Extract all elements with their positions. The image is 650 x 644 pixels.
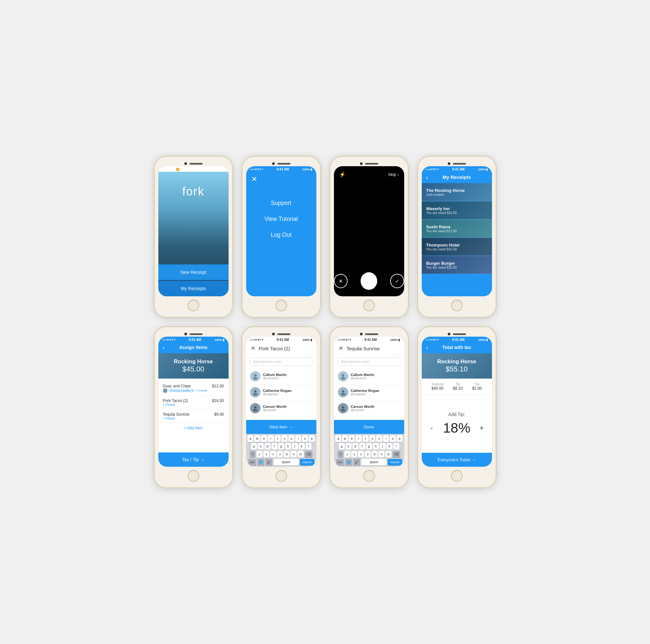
key-numbers[interactable]: 123 xyxy=(248,459,256,465)
item-friend-add[interactable]: + Friend xyxy=(163,403,188,406)
friend-row-catherine[interactable]: Catherine Rogan @roganator xyxy=(338,385,400,400)
key-y[interactable]: y xyxy=(282,435,287,442)
key-delete[interactable]: ⌫ xyxy=(393,451,400,458)
key-u[interactable]: u xyxy=(288,435,294,442)
item-friend[interactable]: Thomas Lavelle ✕ + Friend xyxy=(163,388,207,393)
home-button[interactable] xyxy=(276,470,287,482)
key-shift[interactable]: ⇧ xyxy=(337,451,344,458)
key-s[interactable]: s xyxy=(346,443,352,450)
key-j[interactable]: j xyxy=(292,443,298,450)
back-button[interactable]: ‹ xyxy=(426,345,428,351)
key-s[interactable]: s xyxy=(258,443,264,450)
add-friend-input[interactable]: Add friend to item xyxy=(250,357,313,366)
receipt-item-thompson[interactable]: Thompson Hotel You are owed $42.00 xyxy=(422,238,492,256)
receipt-item-rocking-horse[interactable]: The Rocking Horse Just created xyxy=(422,183,492,201)
key-z[interactable]: z xyxy=(345,451,350,458)
key-l[interactable]: l xyxy=(305,443,312,450)
key-m[interactable]: m xyxy=(297,451,303,458)
menu-item-logout[interactable]: Log Out xyxy=(270,231,291,239)
home-button[interactable] xyxy=(451,470,463,482)
add-item-button[interactable]: + Add Item xyxy=(163,423,224,433)
key-d[interactable]: d xyxy=(265,443,270,450)
home-button[interactable] xyxy=(188,470,199,482)
key-b[interactable]: b xyxy=(284,451,290,458)
flash-icon[interactable]: ⚡ xyxy=(339,171,346,178)
key-a[interactable]: a xyxy=(251,443,257,450)
menu-close-button[interactable]: ✕ xyxy=(246,172,262,187)
key-c[interactable]: c xyxy=(270,451,276,458)
key-j[interactable]: j xyxy=(380,443,386,450)
friend-row-carson[interactable]: Carson Worth @cworthit xyxy=(338,400,400,416)
receipt-item-sushi[interactable]: Sushi Rama You are owed $12.00 xyxy=(422,219,492,238)
key-search[interactable]: Search xyxy=(300,459,315,465)
key-shift[interactable]: ⇧ xyxy=(250,451,256,458)
friend-row-callum[interactable]: Callum Martin @calmart23 xyxy=(338,368,400,385)
key-q[interactable]: q xyxy=(335,435,341,442)
key-v[interactable]: v xyxy=(277,451,283,458)
friend-row-catherine[interactable]: Catherine Rogan @roganator xyxy=(250,385,313,400)
key-r[interactable]: r xyxy=(268,435,274,442)
home-button[interactable] xyxy=(363,299,375,311)
key-e[interactable]: e xyxy=(261,435,267,442)
key-y[interactable]: y xyxy=(369,435,375,442)
key-x[interactable]: x xyxy=(351,451,357,458)
menu-item-support[interactable]: Support xyxy=(271,200,291,207)
add-friend-input[interactable]: Add friend to item xyxy=(338,357,400,366)
skip-button[interactable]: Skip › xyxy=(388,172,399,177)
home-button[interactable] xyxy=(276,299,287,311)
key-f[interactable]: f xyxy=(359,443,365,450)
home-button[interactable] xyxy=(188,299,199,311)
key-m[interactable]: m xyxy=(385,451,391,458)
key-search[interactable]: Search xyxy=(388,459,402,465)
key-r[interactable]: r xyxy=(356,435,362,442)
key-c[interactable]: c xyxy=(358,451,364,458)
key-f[interactable]: f xyxy=(272,443,277,450)
receipt-item-burger[interactable]: Burger Burger You are owed $16.00 xyxy=(422,256,492,274)
key-i[interactable]: i xyxy=(295,435,301,442)
key-q[interactable]: q xyxy=(247,435,253,442)
item-friend-add[interactable]: + Friend xyxy=(163,417,189,420)
key-b[interactable]: b xyxy=(372,451,377,458)
key-n[interactable]: n xyxy=(291,451,296,458)
key-p[interactable]: p xyxy=(309,435,315,442)
camera-shutter-button[interactable] xyxy=(361,272,377,290)
key-a[interactable]: a xyxy=(339,443,345,450)
friend-row-carson[interactable]: Carson Worth @cworthit xyxy=(250,400,313,416)
back-button[interactable]: ‹ xyxy=(426,175,428,180)
key-h[interactable]: h xyxy=(373,443,379,450)
tip-increase-button[interactable]: + xyxy=(477,424,487,432)
key-g[interactable]: g xyxy=(366,443,372,450)
key-globe[interactable]: 🌐 xyxy=(345,459,352,465)
key-w[interactable]: w xyxy=(342,435,348,442)
key-u[interactable]: u xyxy=(376,435,382,442)
close-button[interactable]: ✕ xyxy=(251,345,256,352)
key-w[interactable]: w xyxy=(254,435,260,442)
key-k[interactable]: k xyxy=(299,443,305,450)
key-space[interactable]: space xyxy=(361,459,387,465)
key-mic[interactable]: 🎤 xyxy=(353,459,360,465)
key-h[interactable]: h xyxy=(285,443,291,450)
key-numbers[interactable]: 123 xyxy=(336,459,344,465)
my-receipts-button[interactable]: My Receipts xyxy=(158,281,228,296)
receipt-item-waverly[interactable]: Waverly Inn You are owed $42.00 xyxy=(422,201,492,219)
key-p[interactable]: p xyxy=(397,435,403,442)
key-o[interactable]: o xyxy=(390,435,396,442)
key-l[interactable]: l xyxy=(393,443,399,450)
camera-confirm-button[interactable]: ✓ xyxy=(390,274,404,288)
key-n[interactable]: n xyxy=(378,451,384,458)
key-k[interactable]: k xyxy=(387,443,393,450)
key-e[interactable]: e xyxy=(349,435,355,442)
back-button[interactable]: ‹ xyxy=(163,345,165,351)
new-receipt-button[interactable]: New Receipt xyxy=(158,264,228,280)
tax-tip-button[interactable]: Tax / Tip → xyxy=(158,453,228,467)
done-button[interactable]: Done xyxy=(334,420,404,434)
key-x[interactable]: x xyxy=(263,451,269,458)
key-g[interactable]: g xyxy=(278,443,284,450)
key-t[interactable]: t xyxy=(363,435,368,442)
key-delete[interactable]: ⌫ xyxy=(305,451,313,458)
key-v[interactable]: v xyxy=(365,451,371,458)
friend-row-callum[interactable]: Callum Martin @calmart23 xyxy=(250,368,313,385)
everyones-totals-button[interactable]: Everyone's Totals → xyxy=(422,453,492,467)
menu-item-tutorial[interactable]: View Tutorial xyxy=(264,216,298,222)
key-space[interactable]: space xyxy=(274,459,299,465)
